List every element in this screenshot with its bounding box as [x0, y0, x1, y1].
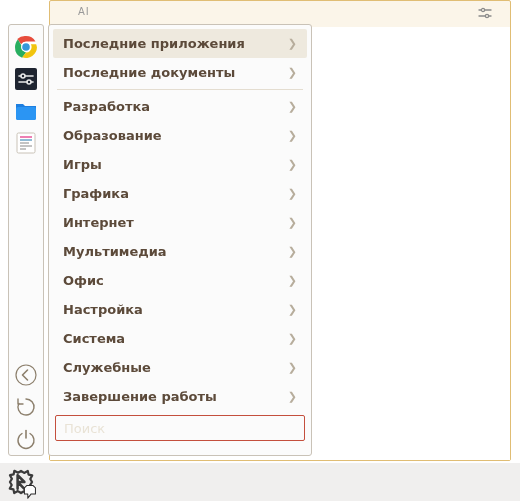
menu-item-label: Игры [63, 157, 102, 172]
svg-point-10 [21, 74, 25, 78]
svg-point-3 [485, 14, 488, 17]
menu-item-label: Графика [63, 186, 129, 201]
menu-cat-graphics[interactable]: Графика ❯ [53, 179, 307, 208]
menu-separator [57, 89, 303, 90]
menu-item-label: Настройка [63, 302, 143, 317]
svg-point-6 [22, 43, 30, 51]
menu-item-label: Образование [63, 128, 162, 143]
svg-rect-12 [16, 107, 36, 120]
chevron-right-icon: ❯ [288, 216, 297, 229]
menu-cat-development[interactable]: Разработка ❯ [53, 92, 307, 121]
svg-rect-7 [15, 68, 37, 90]
desktop-panel [0, 463, 520, 501]
menu-item-label: Система [63, 331, 125, 346]
menu-item-label: Офис [63, 273, 104, 288]
svg-point-2 [481, 8, 484, 11]
chevron-right-icon: ❯ [288, 66, 297, 79]
chevron-right-icon: ❯ [288, 129, 297, 142]
restart-icon[interactable] [13, 394, 39, 420]
chevron-right-icon: ❯ [288, 274, 297, 287]
menu-item-label: Служебные [63, 360, 151, 375]
sidebar-app-settings[interactable] [13, 66, 39, 92]
chevron-right-icon: ❯ [288, 245, 297, 258]
back-icon[interactable] [13, 362, 39, 388]
sidebar-app-files[interactable] [13, 98, 39, 124]
chevron-right-icon: ❯ [288, 390, 297, 403]
launcher-sidebar [8, 24, 44, 456]
toolbar-hint: AI [78, 6, 90, 17]
sidebar-app-text-document[interactable] [13, 130, 39, 156]
menu-cat-office[interactable]: Офис ❯ [53, 266, 307, 295]
menu-item-label: Разработка [63, 99, 150, 114]
search-input[interactable] [55, 415, 305, 441]
menu-cat-settings[interactable]: Настройка ❯ [53, 295, 307, 324]
menu-item-label: Последние документы [63, 65, 235, 80]
menu-cat-utilities[interactable]: Служебные ❯ [53, 353, 307, 382]
sidebar-app-chrome[interactable] [13, 34, 39, 60]
menu-cat-internet[interactable]: Интернет ❯ [53, 208, 307, 237]
chevron-right-icon: ❯ [288, 37, 297, 50]
menu-cat-education[interactable]: Образование ❯ [53, 121, 307, 150]
menu-item-label: Мультимедиа [63, 244, 167, 259]
chevron-right-icon: ❯ [288, 361, 297, 374]
menu-recent-apps[interactable]: Последние приложения ❯ [53, 29, 307, 58]
menu-item-label: Интернет [63, 215, 134, 230]
chevron-right-icon: ❯ [288, 187, 297, 200]
menu-cat-shutdown[interactable]: Завершение работы ❯ [53, 382, 307, 411]
chevron-right-icon: ❯ [288, 158, 297, 171]
chevron-right-icon: ❯ [288, 303, 297, 316]
settings-sliders-icon[interactable] [478, 7, 492, 19]
menu-cat-multimedia[interactable]: Мультимедиа ❯ [53, 237, 307, 266]
chevron-right-icon: ❯ [288, 100, 297, 113]
editor-toolbar: AI [50, 1, 510, 26]
menu-cat-system[interactable]: Система ❯ [53, 324, 307, 353]
svg-point-19 [16, 365, 36, 385]
kde-launcher-button[interactable] [4, 465, 38, 499]
menu-cat-games[interactable]: Игры ❯ [53, 150, 307, 179]
menu-item-label: Завершение работы [63, 389, 217, 404]
launcher-menu: Последние приложения ❯ Последние докумен… [48, 24, 312, 456]
menu-recent-docs[interactable]: Последние документы ❯ [53, 58, 307, 87]
power-icon[interactable] [13, 426, 39, 452]
svg-point-11 [27, 80, 31, 84]
chevron-right-icon: ❯ [288, 332, 297, 345]
menu-item-label: Последние приложения [63, 36, 245, 51]
